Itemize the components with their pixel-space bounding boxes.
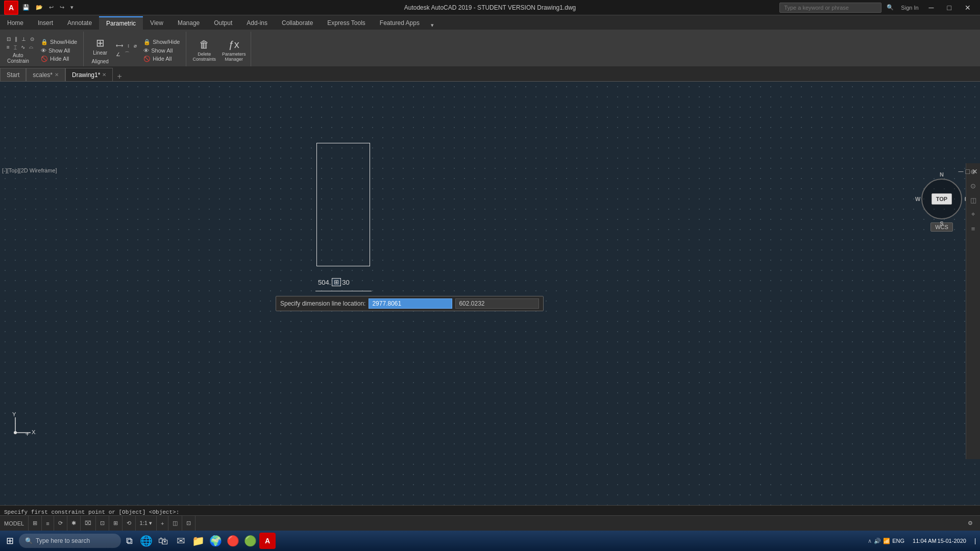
rt-btn-4[interactable]: ⌖ [967, 208, 979, 220]
geo-btn-3[interactable]: ⊥ [20, 36, 28, 42]
taskbar-store-icon[interactable]: 🛍 [155, 533, 172, 549]
geo-show-hide-btn[interactable]: 🔒 Show/Hide [38, 38, 80, 46]
status-lw[interactable]: ⟲ [122, 516, 136, 531]
geo-btn-5[interactable]: ≡ [5, 44, 11, 51]
tab-parametric[interactable]: Parametric [99, 16, 143, 30]
rt-btn-2[interactable]: ⊙ [967, 180, 979, 192]
tab-scales-close[interactable]: ✕ [55, 72, 59, 78]
dim-btn-2[interactable]: ↕ [126, 42, 131, 49]
dim-btn-3[interactable]: ⌀ [132, 42, 138, 49]
chevron-up-icon[interactable]: ∧ [868, 538, 872, 544]
taskbar-search-box[interactable]: 🔍 [19, 534, 121, 548]
tab-home[interactable]: Home [0, 16, 31, 30]
network-icon[interactable]: 📶 [883, 538, 890, 544]
dim-show-all-btn[interactable]: 👁 Show All [140, 47, 183, 54]
tab-manage[interactable]: Manage [170, 16, 207, 30]
tab-output[interactable]: Output [207, 16, 239, 30]
status-isolate[interactable]: ⊡ [182, 516, 195, 531]
volume-icon[interactable]: 🔊 [874, 538, 881, 544]
status-view[interactable]: ◫ [168, 516, 182, 531]
system-clock[interactable]: 11:04 AM 15-01-2020 [909, 537, 970, 544]
geo-btn-1[interactable]: ⊡ [5, 36, 12, 42]
dim-btn-4[interactable]: ∠ [114, 51, 122, 58]
tab-start[interactable]: Start [0, 68, 26, 81]
status-grid[interactable]: ⊞ [29, 516, 42, 531]
geo-show-all-btn[interactable]: 👁 Show All [38, 47, 80, 54]
auto-constrain-btn[interactable]: AutoConstrain [5, 52, 31, 65]
tab-drawing1[interactable]: Drawing1* ✕ [65, 68, 113, 81]
taskbar-search-input[interactable] [36, 537, 112, 544]
show-desktop-button[interactable]: | [972, 537, 978, 544]
aligned-btn[interactable]: Aligned [90, 58, 111, 65]
tab-add-button[interactable]: + [113, 72, 126, 81]
tab-drawing1-close[interactable]: ✕ [102, 72, 106, 78]
dim-show-hide-btn[interactable]: 🔒 Show/Hide [140, 38, 183, 46]
ribbon-more-btn[interactable]: ▾ [429, 21, 436, 30]
dim-hide-all-btn[interactable]: 🚫 Hide All [140, 55, 183, 63]
quick-access-undo[interactable]: ↩ [47, 3, 56, 12]
dim-btn-5[interactable]: ⌒ [123, 50, 131, 58]
dim-row1: ⟷ ↕ ⌀ [114, 42, 138, 49]
viewport-close[interactable]: ✕ [972, 167, 978, 176]
linear-btn[interactable]: ⊞ Linear [88, 36, 112, 57]
geo-btn-6[interactable]: ⌶ [12, 44, 18, 51]
viewport-minimize[interactable]: ─ [959, 167, 964, 176]
status-model[interactable]: MODEL [0, 516, 29, 531]
status-ortho[interactable]: ⟳ [54, 516, 67, 531]
restore-button[interactable]: □ [942, 2, 957, 14]
status-dynmode[interactable]: ⊞ [109, 516, 122, 531]
status-settings[interactable]: ⚙ [965, 519, 976, 528]
geo-btn-4[interactable]: ⊙ [29, 36, 36, 42]
svg-text:X: X [32, 429, 36, 435]
status-add[interactable]: + [157, 516, 168, 531]
compass-top-button[interactable]: TOP [932, 193, 952, 205]
dim-btn-1[interactable]: ⟷ [114, 42, 125, 49]
tab-addins[interactable]: Add-ins [239, 16, 275, 30]
geo-btn-2[interactable]: ∥ [13, 36, 19, 42]
minimize-button[interactable]: ─ [924, 2, 939, 14]
sign-in-button[interactable]: Sign In [899, 4, 920, 12]
title-right: 🔍 Sign In ─ □ ✕ [779, 2, 976, 14]
close-button[interactable]: ✕ [960, 2, 976, 14]
status-osnap[interactable]: ⌧ [81, 516, 96, 531]
tab-annotate[interactable]: Annotate [60, 16, 99, 30]
taskbar-app2-icon[interactable]: 🟢 [242, 533, 258, 549]
parameters-manager-btn[interactable]: ƒx ParametersManager [220, 38, 248, 63]
taskbar-explorer-icon[interactable]: 📁 [190, 533, 206, 549]
dim-x-input[interactable] [369, 298, 452, 309]
search-icon[interactable]: 🔍 [885, 3, 896, 12]
quick-access-redo[interactable]: ↪ [58, 3, 66, 12]
taskbar-autocad-icon[interactable]: A [259, 533, 276, 549]
geo-btn-8[interactable]: ⌓ [28, 43, 35, 51]
viewport-restore[interactable]: □ [966, 167, 970, 176]
tab-view[interactable]: View [143, 16, 170, 30]
delete-constraints-btn[interactable]: 🗑 DeleteConstraints [190, 38, 218, 63]
rt-btn-3[interactable]: ◫ [967, 194, 979, 206]
tab-insert[interactable]: Insert [31, 16, 60, 30]
keyword-search-input[interactable] [779, 3, 881, 13]
taskbar-mail-icon[interactable]: ✉ [173, 533, 189, 549]
geo-btn-7[interactable]: ∿ [19, 44, 27, 51]
quick-access-save[interactable]: 💾 [20, 3, 32, 12]
geo-hide-all-btn[interactable]: 🚫 Hide All [38, 55, 80, 63]
taskbar-ie-icon[interactable]: 🌍 [207, 533, 224, 549]
tab-collaborate[interactable]: Collaborate [275, 16, 320, 30]
dim-y-input[interactable] [455, 298, 539, 309]
quick-access-more[interactable]: ▾ [68, 3, 76, 12]
tab-scales[interactable]: scales* ✕ [26, 68, 65, 81]
tab-express[interactable]: Express Tools [320, 16, 372, 30]
autocad-logo[interactable]: A [4, 1, 18, 15]
taskview-button[interactable]: ⧉ [122, 534, 137, 548]
status-otrack[interactable]: ⊡ [96, 516, 109, 531]
status-polar[interactable]: ✱ [67, 516, 81, 531]
status-scale[interactable]: 1:1 ▾ [136, 516, 157, 531]
status-snap[interactable]: ≡ [42, 516, 54, 531]
taskbar-edge-icon[interactable]: 🌐 [138, 533, 154, 549]
search-icon: 🔍 [25, 537, 33, 544]
rt-btn-5[interactable]: ≡ [967, 222, 979, 235]
start-button[interactable]: ⊞ [2, 533, 18, 548]
quick-access-open[interactable]: 📂 [34, 3, 45, 12]
taskbar-app1-icon[interactable]: 🔴 [225, 533, 241, 549]
notification-area: ∧ 🔊 📶 ENG [866, 538, 906, 544]
tab-featured[interactable]: Featured Apps [373, 16, 427, 30]
